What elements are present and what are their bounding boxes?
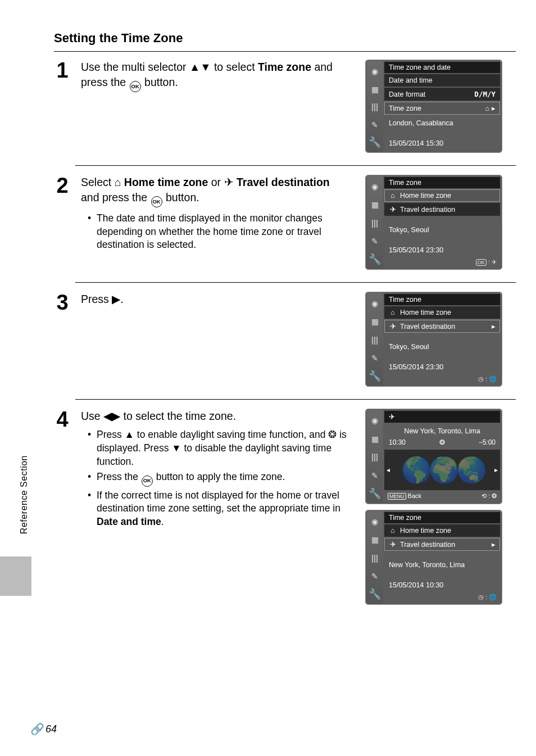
lcd-screenshot-step4a-map: ◉ ▦ ǀǀǀ ✎ 🔧 ✈ New York, Toronto, Lima 10… [365, 409, 502, 504]
screen-title: Time zone and date [384, 62, 500, 73]
menu-item-time-zone-selected: Time zone⌂▸ [384, 102, 500, 115]
camera-icon: ◉ [370, 517, 380, 527]
page-number: 64 [46, 723, 57, 735]
retouch-icon: ✎ [370, 236, 380, 246]
footer-strip: MENU Back ⟲ : ❂ [384, 491, 500, 502]
retouch-icon: ✎ [370, 353, 380, 363]
step-number: 4 [54, 409, 71, 430]
divider [75, 282, 516, 283]
location-text: New York, Toronto, Lima [384, 558, 500, 572]
hint-dst: ⟲ : ❂ [482, 492, 497, 500]
camera-icon: ◉ [370, 415, 380, 425]
camera-icon: ◉ [370, 182, 380, 192]
datetime-text: 15/05/2014 23:30 [384, 243, 500, 257]
lcd-screenshot-step4b: ◉ ▦ ǀǀǀ ✎ 🔧 Time zone ⌂Home time zone ✈T… [365, 510, 502, 605]
step-number: 2 [54, 175, 71, 196]
menu-sidebar: ◉ ▦ ǀǀǀ ✎ 🔧 [366, 511, 383, 604]
bullet: Press the OK button to apply the time zo… [91, 470, 349, 486]
movie-icon: ▦ [370, 200, 380, 210]
option-travel-selected: ✈Travel destination▸ [384, 538, 500, 551]
wrench-icon: 🔧 [370, 254, 380, 264]
antenna-icon: ǀǀǀ [370, 102, 380, 112]
up-down-arrow-icon: ▲▼ [189, 61, 211, 73]
camera-icon: ◉ [370, 298, 380, 309]
location-text: London, Casablanca [384, 116, 500, 130]
text: Use the multi selector [81, 61, 189, 73]
section-label: Reference Section [19, 455, 29, 534]
bullet: Press ▲ to enable daylight saving time f… [91, 428, 349, 468]
text: to select the time zone. [120, 410, 236, 422]
home-icon: ⌂ [485, 105, 489, 112]
up-arrow-icon: ▲ [125, 429, 134, 440]
label-travel: Travel destination [237, 176, 330, 188]
screen-title: Time zone [384, 294, 500, 305]
down-arrow-icon: ▼ [171, 442, 181, 454]
movie-icon: ▦ [370, 434, 380, 444]
divider [54, 51, 516, 52]
ok-button-icon: OK [151, 196, 162, 207]
label-time-zone: Time zone [258, 61, 311, 73]
text: button. [163, 191, 199, 203]
hint-ok-plane: OK : ✈ [384, 257, 500, 268]
screen-title-plane: ✈ [384, 411, 500, 423]
bullet: The date and time displayed in the monit… [91, 212, 349, 252]
home-icon: ⌂ [115, 176, 121, 188]
divider [75, 399, 516, 400]
step-4: 4 Use ◀▶ to select the time zone. Press … [54, 409, 516, 605]
step-3: 3 Press ▶. ◉ ▦ ǀǀǀ ✎ 🔧 Time zone ⌂Home t… [54, 292, 516, 387]
dst-icon: ❂ [439, 438, 445, 446]
camera-icon: ◉ [370, 66, 380, 76]
antenna-icon: ǀǀǀ [370, 335, 380, 345]
lcd-screenshot-step3: ◉ ▦ ǀǀǀ ✎ 🔧 Time zone ⌂Home time zone ✈T… [365, 292, 502, 387]
option-travel-selected: ✈Travel destination▸ [384, 320, 500, 333]
location-text: Tokyo, Seoul [384, 223, 500, 237]
plane-icon: ✈ [389, 322, 397, 331]
retouch-icon: ✎ [370, 470, 380, 481]
screen-title: Time zone [384, 177, 500, 188]
retouch-icon: ✎ [370, 120, 380, 130]
menu-badge: MENU [388, 493, 406, 500]
text: and press the [81, 191, 151, 203]
option-home-tz-selected: ⌂Home time zone [384, 189, 500, 202]
text: or [208, 176, 224, 188]
label-date-time: Date and time [97, 516, 161, 527]
map-labels: 10:30 ❂ −5:00 [384, 438, 500, 449]
step-2: 2 Select ⌂ Home time zone or ✈ Travel de… [54, 175, 516, 270]
wrench-icon: 🔧 [370, 589, 380, 599]
right-arrow-icon: ▶ [112, 293, 120, 305]
option-travel: ✈Travel destination [384, 203, 500, 216]
antenna-icon: ǀǀǀ [370, 452, 380, 462]
step-text: Select ⌂ Home time zone or ✈ Travel dest… [81, 175, 355, 254]
map-time: 10:30 [389, 438, 406, 446]
label-home-tz: Home time zone [124, 176, 208, 188]
hint-globe: ◷ : 🌐 [384, 592, 500, 603]
step-number: 1 [54, 60, 71, 81]
step-1: 1 Use the multi selector ▲▼ to select Ti… [54, 60, 516, 153]
ok-button-icon: OK [142, 476, 153, 487]
plane-icon: ✈ [389, 413, 395, 421]
antenna-icon: ǀǀǀ [370, 218, 380, 228]
datetime-text: 15/05/2014 10:30 [384, 578, 500, 592]
datetime-text: 15/05/2014 23:30 [384, 360, 500, 374]
left-right-arrow-icon: ◀▶ [103, 410, 120, 422]
map-offset: −5:00 [479, 438, 496, 446]
bullet: If the correct time is not displayed for… [91, 489, 349, 529]
plane-icon: ✈ [224, 176, 234, 188]
lcd-screenshot-step1: ◉ ▦ ǀǀǀ ✎ 🔧 Time zone and date Date and … [365, 60, 502, 153]
right-arrow-icon: ▸ [494, 466, 498, 474]
step-text: Use ◀▶ to select the time zone. Press ▲ … [81, 409, 355, 531]
option-home-tz: ⌂Home time zone [384, 306, 500, 319]
menu-sidebar: ◉ ▦ ǀǀǀ ✎ 🔧 [366, 293, 383, 386]
menu-sidebar: ◉ ▦ ǀǀǀ ✎ 🔧 [366, 176, 383, 269]
step-text: Use the multi selector ▲▼ to select Time… [81, 60, 355, 92]
plane-icon: ✈ [389, 540, 397, 549]
back-label: Back [408, 492, 421, 499]
antenna-icon: ǀǀǀ [370, 553, 380, 563]
section-tab [0, 556, 31, 596]
home-icon: ⌂ [389, 309, 397, 316]
wrench-icon: 🔧 [370, 137, 380, 147]
hint-globe: ◷ : 🌐 [384, 374, 500, 384]
text: button. [142, 76, 178, 88]
plane-icon: ✈ [389, 205, 397, 214]
location-text: Tokyo, Seoul [384, 339, 500, 354]
